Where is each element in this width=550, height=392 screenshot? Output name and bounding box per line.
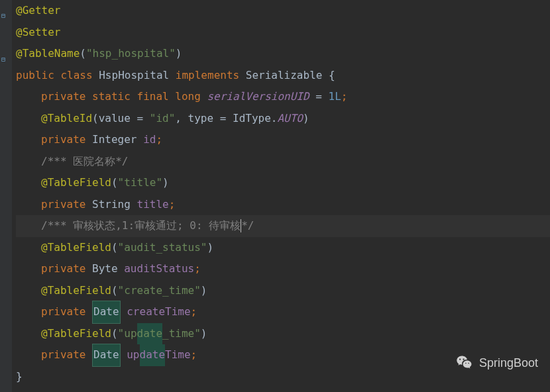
code-line[interactable]: @TableName("hsp_hospital") xyxy=(16,43,550,65)
wechat-icon xyxy=(455,354,474,372)
code-editor[interactable]: ⊟ ⊟ @Getter @Setter @TableName("hsp_hosp… xyxy=(0,0,550,392)
watermark-text: SpringBoot xyxy=(479,352,538,374)
code-line[interactable]: private String title; xyxy=(16,194,550,216)
brace: { xyxy=(329,65,335,87)
string-literal: "audit_status" xyxy=(118,237,207,259)
semicolon: ; xyxy=(169,194,176,216)
paren: ( xyxy=(92,108,99,130)
annotation: @Getter xyxy=(16,0,60,22)
param-name: type xyxy=(188,108,220,130)
type-name-highlighted: Date xyxy=(92,301,121,324)
field-name: createTime xyxy=(127,301,190,323)
space xyxy=(121,344,127,366)
interface-name: Serializable xyxy=(246,65,329,87)
paren: ) xyxy=(201,280,207,302)
paren: ) xyxy=(207,237,213,259)
keyword: long xyxy=(175,86,207,108)
operator: = xyxy=(137,108,150,130)
type-name-highlighted: Date xyxy=(92,344,121,367)
class-name: HspHospital xyxy=(99,65,176,87)
field-name-highlighted: date xyxy=(140,344,166,366)
code-line[interactable]: /*** 医院名称*/ xyxy=(16,151,550,173)
keyword: private xyxy=(41,258,92,280)
paren: ( xyxy=(80,43,86,65)
code-line-active[interactable]: /*** 审核状态,1:审核通过; 0: 待审核*/ xyxy=(16,215,550,237)
operator: = xyxy=(220,108,233,130)
code-line[interactable]: @TableField("update_time") xyxy=(16,323,550,345)
paren: ) xyxy=(303,108,309,130)
string-literal: "create_time" xyxy=(118,280,201,302)
semicolon: ; xyxy=(156,129,162,151)
field-name: id xyxy=(143,129,156,151)
brace: } xyxy=(16,366,23,388)
paren: ( xyxy=(111,323,118,345)
string-literal: "hsp_hospital" xyxy=(86,43,176,65)
space xyxy=(121,301,127,323)
gutter-marker-icon: ⊟ xyxy=(1,5,9,13)
keyword: private xyxy=(41,344,92,366)
field-name: auditStatus xyxy=(124,258,194,280)
annotation: @TableField xyxy=(41,172,111,194)
comment: /*** 医院名称*/ xyxy=(41,151,128,173)
editor-gutter: ⊟ ⊟ xyxy=(0,0,12,392)
semicolon: ; xyxy=(191,344,197,366)
gutter-marker-icon: ⊟ xyxy=(1,49,9,57)
enum-constant: AUTO xyxy=(277,108,303,130)
keyword: implements xyxy=(176,65,246,87)
paren: ( xyxy=(111,237,118,259)
type-name: Byte xyxy=(92,258,124,280)
comment: */ xyxy=(241,215,254,237)
code-line[interactable]: public class HspHospital implements Seri… xyxy=(16,65,550,87)
code-line[interactable]: private Date createTime; xyxy=(16,301,550,323)
paren: ) xyxy=(201,323,207,345)
operator: = xyxy=(309,86,329,108)
keyword: private xyxy=(41,86,92,108)
code-line[interactable]: @Setter xyxy=(16,22,550,44)
keyword: public xyxy=(16,65,60,87)
string-literal-highlighted: date xyxy=(137,323,163,345)
code-line[interactable]: private Integer id; xyxy=(16,129,550,151)
paren: ) xyxy=(176,43,182,65)
annotation: @TableField xyxy=(41,280,111,302)
annotation: @TableId xyxy=(41,108,92,130)
semicolon: ; xyxy=(341,86,348,108)
paren: ( xyxy=(111,172,118,194)
comma: , xyxy=(175,108,188,130)
number-literal: 1L xyxy=(329,86,341,108)
string-literal: "up xyxy=(118,323,137,345)
annotation: @TableName xyxy=(16,43,80,65)
code-line[interactable]: @Getter xyxy=(16,0,550,22)
code-line[interactable]: @TableId(value = "id", type = IdType.AUT… xyxy=(16,108,550,130)
string-literal: "title" xyxy=(118,172,162,194)
paren: ) xyxy=(162,172,169,194)
param-name: value xyxy=(99,108,137,130)
semicolon: ; xyxy=(191,301,197,323)
keyword: private xyxy=(41,194,92,216)
keyword: private xyxy=(41,301,92,323)
semicolon: ; xyxy=(194,258,201,280)
keyword: final xyxy=(137,86,176,108)
code-line[interactable]: private Byte auditStatus; xyxy=(16,258,550,280)
keyword: private xyxy=(41,129,92,151)
field-name: serialVersionUID xyxy=(207,86,309,108)
paren: ( xyxy=(111,280,118,302)
enum-class: IdType. xyxy=(233,108,277,130)
code-line[interactable]: @TableField("audit_status") xyxy=(16,237,550,259)
code-area[interactable]: @Getter @Setter @TableName("hsp_hospital… xyxy=(12,0,550,392)
code-line[interactable]: @TableField("title") xyxy=(16,172,550,194)
string-literal: _time" xyxy=(162,323,201,345)
field-name: title xyxy=(137,194,169,216)
type-name: Integer xyxy=(92,129,143,151)
annotation: @TableField xyxy=(41,323,111,345)
annotation: @TableField xyxy=(41,237,111,259)
code-line[interactable]: private static final long serialVersionU… xyxy=(16,86,550,108)
string-literal: "id" xyxy=(150,108,176,130)
field-name: up xyxy=(127,344,139,366)
code-line[interactable]: @TableField("create_time") xyxy=(16,280,550,302)
type-name: String xyxy=(92,194,137,216)
comment: /*** 审核状态,1:审核通过; 0: 待审核 xyxy=(41,215,241,237)
field-name: Time xyxy=(165,344,191,366)
keyword: static xyxy=(92,86,137,108)
keyword: class xyxy=(60,65,99,87)
annotation: @Setter xyxy=(16,22,60,44)
